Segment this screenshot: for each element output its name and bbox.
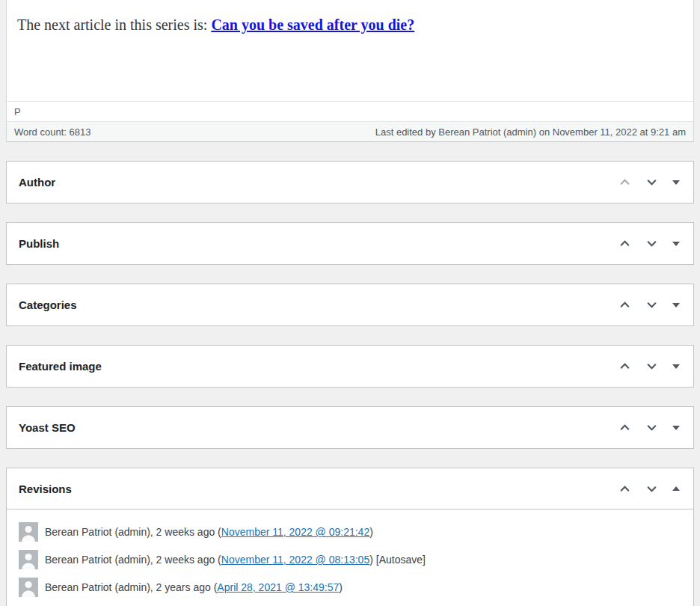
editor-content-area[interactable]: The next article in this series is: Can … — [7, 0, 693, 102]
handle-actions — [611, 353, 693, 380]
chevron-up-icon — [618, 421, 631, 434]
post-status-info: Word count: 6813 Last edited by Berean P… — [7, 122, 693, 141]
revision-meta: Berean Patriot (admin), 2 weeks ago ( — [45, 526, 221, 538]
postbox-title: Categories — [19, 299, 77, 310]
handle-actions — [611, 414, 693, 441]
editor-paragraph: The next article in this series is: Can … — [17, 15, 683, 35]
chevron-up-icon — [618, 176, 631, 189]
chevron-down-icon — [645, 483, 658, 495]
postbox-header-categories[interactable]: Categories — [7, 284, 693, 325]
chevron-down-icon — [645, 237, 658, 250]
content-editor: The next article in this series is: Can … — [6, 0, 694, 142]
chevron-down-icon — [645, 360, 658, 373]
revision-meta: Berean Patriot (admin), 2 weeks ago ( — [45, 554, 221, 566]
postbox-yoast-seo: Yoast SEO — [6, 406, 694, 449]
handle-actions — [611, 169, 693, 196]
postbox-header-author[interactable]: Author — [7, 162, 693, 203]
revision-suffix: ) — [339, 581, 343, 593]
postbox-title: Author — [19, 177, 55, 188]
move-down-button[interactable] — [638, 475, 665, 502]
chevron-down-icon — [645, 421, 658, 434]
move-up-button[interactable] — [611, 169, 638, 196]
avatar — [19, 578, 38, 597]
postbox-title: Revisions — [19, 483, 72, 495]
toggle-panel-button[interactable] — [665, 169, 687, 196]
path-item-p[interactable]: P — [14, 106, 21, 117]
move-up-button[interactable] — [611, 353, 638, 380]
toggle-panel-button[interactable] — [665, 353, 687, 380]
postbox-author: Author — [6, 161, 694, 203]
chevron-down-icon — [645, 299, 658, 311]
revision-row: Berean Patriot (admin), 2 years ago (Apr… — [19, 578, 681, 597]
revision-suffix: ) — [369, 526, 373, 538]
post-editor-page: The next article in this series is: Can … — [0, 0, 700, 606]
move-down-button[interactable] — [638, 353, 665, 380]
postbox-featured-image: Featured image — [6, 345, 694, 388]
triangle-down-icon — [672, 426, 680, 430]
revision-text: Berean Patriot (admin), 2 years ago (Apr… — [45, 581, 343, 593]
toggle-panel-button[interactable] — [665, 475, 687, 502]
postbox-revisions: Revisions Berean Patriot (admin), 2 week… — [6, 468, 694, 606]
chevron-up-icon — [618, 360, 631, 373]
revision-text: Berean Patriot (admin), 2 weeks ago (Nov… — [45, 526, 373, 538]
postbox-header-featured-image[interactable]: Featured image — [7, 346, 693, 387]
move-down-button[interactable] — [638, 230, 665, 257]
chevron-up-icon — [618, 299, 631, 311]
postbox-header-revisions[interactable]: Revisions — [7, 468, 693, 509]
postbox-title: Publish — [19, 238, 59, 249]
toggle-panel-button[interactable] — [665, 230, 687, 257]
revision-date-link[interactable]: November 11, 2022 @ 09:21:42 — [221, 526, 369, 538]
move-up-button[interactable] — [611, 292, 638, 319]
postbox-header-yoast-seo[interactable]: Yoast SEO — [7, 407, 693, 448]
next-article-link[interactable]: Can you be saved after you die? — [211, 16, 414, 33]
move-up-button[interactable] — [611, 475, 638, 502]
move-up-button[interactable] — [611, 230, 638, 257]
move-up-button[interactable] — [611, 414, 638, 441]
postbox-categories: Categories — [6, 284, 694, 326]
revision-meta: Berean Patriot (admin), 2 years ago ( — [45, 581, 217, 593]
postbox-title: Yoast SEO — [19, 422, 76, 433]
chevron-down-icon — [645, 176, 658, 189]
handle-actions — [611, 230, 693, 257]
toggle-panel-button[interactable] — [665, 414, 687, 441]
move-down-button[interactable] — [638, 414, 665, 441]
revision-date-link[interactable]: April 28, 2021 @ 13:49:57 — [217, 581, 339, 593]
postbox-header-publish[interactable]: Publish — [7, 223, 693, 264]
triangle-down-icon — [672, 364, 680, 369]
revision-row: Berean Patriot (admin), 2 weeks ago (Nov… — [19, 550, 681, 569]
avatar — [19, 522, 38, 542]
last-edited-text: Last edited by Berean Patriot (admin) on… — [375, 126, 686, 138]
postbox-publish: Publish — [6, 222, 694, 265]
triangle-down-icon — [672, 242, 680, 246]
element-path-bar: P — [7, 102, 693, 122]
triangle-down-icon — [672, 303, 680, 307]
revision-row: Berean Patriot (admin), 2 weeks ago (Nov… — [19, 522, 681, 542]
revision-date-link[interactable]: November 11, 2022 @ 08:13:05 — [221, 554, 369, 566]
handle-actions — [611, 475, 693, 502]
move-down-button[interactable] — [638, 292, 665, 319]
toggle-panel-button[interactable] — [665, 292, 687, 319]
word-count: Word count: 6813 — [14, 126, 90, 138]
revision-suffix: ) [Autosave] — [369, 554, 426, 566]
revisions-list: Berean Patriot (admin), 2 weeks ago (Nov… — [7, 509, 693, 606]
triangle-down-icon — [672, 180, 680, 185]
chevron-up-icon — [618, 237, 631, 250]
move-down-button[interactable] — [638, 169, 665, 196]
paragraph-text: The next article in this series is: — [17, 16, 211, 33]
handle-actions — [611, 292, 693, 319]
chevron-up-icon — [618, 483, 631, 495]
avatar — [19, 550, 38, 569]
triangle-up-icon — [672, 486, 680, 491]
revision-text: Berean Patriot (admin), 2 weeks ago (Nov… — [45, 554, 426, 566]
postbox-title: Featured image — [19, 361, 102, 372]
